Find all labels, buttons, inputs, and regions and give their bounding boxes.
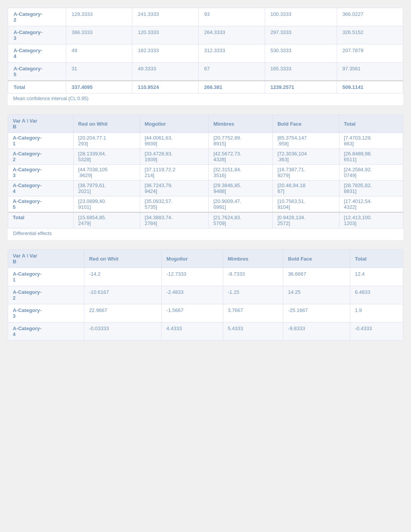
ci-header-row: Var A \ VarBRed on WhitMogollorMimbresBo… — [8, 115, 403, 133]
ci-value-cell: [23.0899,40.9101] — [74, 196, 140, 213]
diff-value-cell: -14.2 — [84, 268, 162, 286]
ci-total-value: [12.413,100.1203] — [339, 212, 403, 228]
diff-table: Var A \ VarBRed on WhitMogollorMimbresBo… — [8, 249, 403, 341]
value-cell: 366.3333 — [66, 26, 132, 44]
column-header: Mimbres — [223, 250, 283, 268]
diff-value-cell: -0.4333 — [350, 322, 403, 341]
diff-value-cell: 5.4333 — [223, 322, 283, 341]
value-cell: 31 — [66, 63, 132, 81]
summary-table: A-Category-2 129.3333 241.3333 93 100.33… — [8, 8, 403, 94]
category-cell: A-Category-4 — [8, 322, 84, 341]
ci-value-cell: [20.204,77.1293] — [74, 133, 140, 149]
diff-value-cell: -1.5667 — [162, 304, 223, 322]
diff-value-cell: -0.03333 — [84, 322, 162, 341]
diff-value-cell: 12.4 — [350, 268, 403, 286]
ci-value-cell: [20.7752,89.8915] — [209, 133, 272, 149]
column-header: Red on Whit — [74, 115, 140, 133]
total-label: Total — [8, 212, 74, 228]
ci-value-cell: [10.7563,51.9104] — [272, 196, 339, 213]
value-cell: 366.0227 — [337, 8, 403, 26]
diff-value-cell: -10.6167 — [84, 286, 162, 304]
diff-value-cell: 4.4333 — [162, 322, 223, 341]
table-row: A-Category-3 366.3333 120.3333 264.3333 … — [8, 26, 403, 44]
value-cell: 241.3333 — [132, 8, 199, 26]
ci-value-cell: [42.5672,73.4328] — [209, 149, 272, 165]
column-header: Mimbres — [209, 115, 272, 133]
category-cell: A-Category-2 — [8, 149, 74, 165]
diff-effects-label: Differential effects — [8, 228, 403, 240]
table-row: A-Category-3 22.9667 -1.5667 3.7667 -25.… — [8, 304, 403, 322]
value-cell: 264.3333 — [199, 26, 265, 44]
value-cell: 165.3333 — [265, 63, 337, 81]
diff-value-cell: -9.7333 — [223, 268, 283, 286]
ci-value-cell: [37.1119,72.2214] — [140, 165, 209, 181]
ci-value-cell: [20.48,94.1867] — [272, 181, 339, 196]
column-header: Bold Face — [283, 250, 350, 268]
ci-value-cell: [7.4703,129.863] — [339, 133, 403, 149]
category-cell: A-Category-1 — [8, 133, 74, 149]
value-cell: 49.3333 — [132, 63, 199, 81]
total-value: 110.9524 — [132, 81, 199, 94]
value-cell: 312.3333 — [199, 44, 265, 63]
ci-total-value: [0.9428,134.2572] — [272, 212, 339, 228]
category-cell: A-Category-5 — [8, 63, 66, 81]
category-cell: A-Category-4 — [8, 181, 74, 196]
column-header: Red on Whit — [84, 250, 162, 268]
table-row: A-Category-2 [28.1339,64.5328] [33.4728,… — [8, 149, 403, 165]
value-cell: 182.3333 — [132, 44, 199, 63]
total-row: Total 337.4095 110.9524 266.381 1239.257… — [8, 81, 403, 94]
diff-section: Var A \ VarBRed on WhitMogollorMimbresBo… — [8, 249, 403, 341]
table-row: A-Category-4 [38.7979,61.2021] [36.7243,… — [8, 181, 403, 196]
value-cell: 297.3333 — [265, 26, 337, 44]
ci-value-cell: [16.7387,71.9279] — [272, 165, 339, 181]
ci-value-cell: [20.9009,47.0991] — [209, 196, 272, 213]
mean-confidence-label: Mean confidence interval (CL:0.95) — [8, 94, 403, 105]
value-cell: 93 — [199, 8, 265, 26]
value-cell: 207.7879 — [337, 44, 403, 63]
ci-value-cell: [24.2584,92.0749] — [339, 165, 403, 181]
diff-value-cell: 3.7667 — [223, 304, 283, 322]
value-cell: 129.3333 — [66, 8, 132, 26]
table-row: A-Category-2 129.3333 241.3333 93 100.33… — [8, 8, 403, 26]
diff-header-row: Var A \ VarBRed on WhitMogollorMimbresBo… — [8, 250, 403, 268]
total-label: Total — [8, 81, 66, 94]
table-row: A-Category-5 31 49.3333 67 165.3333 97.3… — [8, 63, 403, 81]
ci-value-cell: [32.3151,84.3516] — [209, 165, 272, 181]
column-header: Bold Face — [272, 115, 339, 133]
column-header: Var A \ VarB — [8, 250, 84, 268]
value-cell: 530.3333 — [265, 44, 337, 63]
ci-value-cell: [36.7243,79.9424] — [140, 181, 209, 196]
ci-value-cell: [26.8489,98.6511] — [339, 149, 403, 165]
column-header: Mogollor — [162, 250, 223, 268]
ci-value-cell: [38.7979,61.2021] — [74, 181, 140, 196]
table-row: A-Category-3 [44.7038,105.9629] [37.1119… — [8, 165, 403, 181]
ci-total-value: [15.6854,85.2479] — [74, 212, 140, 228]
total-value: 266.381 — [199, 81, 265, 94]
value-cell: 67 — [199, 63, 265, 81]
diff-value-cell: 6.4833 — [350, 286, 403, 304]
ci-value-cell: [17.4012,54.4322] — [339, 196, 403, 213]
ci-total-row: Total[15.6854,85.2479][34.3883,74.2784][… — [8, 212, 403, 228]
summary-section: A-Category-2 129.3333 241.3333 93 100.33… — [8, 8, 403, 105]
ci-value-cell: [29.3846,85.9488] — [209, 181, 272, 196]
diff-value-cell: -25.1667 — [283, 304, 350, 322]
diff-value-cell: 1.9 — [350, 304, 403, 322]
column-header: Total — [339, 115, 403, 133]
value-cell: 97.3561 — [337, 63, 403, 81]
table-row: A-Category-1 [20.204,77.1293] [44.0061,6… — [8, 133, 403, 149]
value-cell: 326.5152 — [337, 26, 403, 44]
total-value: 337.4095 — [66, 81, 132, 94]
table-row: A-Category-2 -10.6167 -2.4833 -1.15 14.2… — [8, 286, 403, 304]
table-row: A-Category-1 -14.2 -12.7333 -9.7333 36.6… — [8, 268, 403, 286]
ci-value-cell: [85.3754,147.958] — [272, 133, 339, 149]
total-value: 509.1141 — [337, 81, 403, 94]
diff-value-cell: -9.8333 — [283, 322, 350, 341]
table-row: A-Category-4 49 182.3333 312.3333 530.33… — [8, 44, 403, 63]
ci-value-cell: [28.1339,64.5328] — [74, 149, 140, 165]
value-cell: 120.3333 — [132, 26, 199, 44]
ci-value-cell: [33.4728,83.1939] — [140, 149, 209, 165]
diff-value-cell: -2.4833 — [162, 286, 223, 304]
category-cell: A-Category-3 — [8, 304, 84, 322]
ci-value-cell: [44.0061,63.9939] — [140, 133, 209, 149]
category-cell: A-Category-2 — [8, 8, 66, 26]
